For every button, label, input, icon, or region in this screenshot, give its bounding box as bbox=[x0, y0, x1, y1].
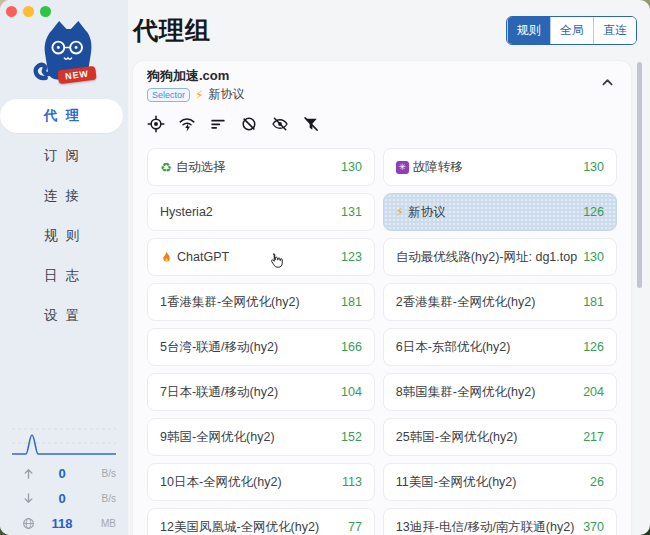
sidebar-item[interactable]: 连接 bbox=[0, 179, 123, 213]
node-name: 自动选择 bbox=[176, 159, 226, 176]
stat-value: 118 bbox=[36, 516, 88, 531]
node-latency: 104 bbox=[335, 385, 362, 399]
stat-row: 118 MB bbox=[0, 511, 128, 535]
sidebar-item-label: 规则 bbox=[44, 227, 87, 245]
node-name: 25韩国-全网优化(hy2) bbox=[396, 429, 518, 446]
stat-unit: B/s bbox=[88, 493, 116, 504]
main-header: 代理组 规则 全局 直连 bbox=[133, 14, 637, 47]
node-latency: 126 bbox=[577, 340, 604, 354]
traffic-sparkline bbox=[10, 423, 118, 459]
node-latency: 166 bbox=[335, 340, 362, 354]
node-name: 自动最优线路(hy2)-网址: dg1.top bbox=[396, 249, 577, 266]
node-name: ChatGPT bbox=[177, 250, 229, 264]
node-latency: 126 bbox=[577, 205, 604, 219]
group-subline: Selector ⚡ 新协议 bbox=[147, 86, 244, 103]
close-button[interactable] bbox=[6, 6, 17, 17]
proxy-node-card[interactable]: 5台湾-联通/移动(hy2) 166 bbox=[147, 328, 375, 366]
group-type-badge: Selector bbox=[147, 88, 190, 102]
node-latency: 130 bbox=[577, 160, 604, 174]
sidebar-item[interactable]: 设置 bbox=[0, 299, 123, 333]
mode-button[interactable]: 规则 bbox=[507, 17, 550, 44]
proxy-node-card[interactable]: 7日本-联通/移动(hy2) 104 bbox=[147, 373, 375, 411]
group-name: 狗狗加速.com bbox=[147, 67, 244, 84]
eye-off-icon[interactable] bbox=[271, 115, 289, 133]
proxy-node-card[interactable]: Hysteria2 131 bbox=[147, 193, 375, 231]
bolt-icon: ⚡ bbox=[195, 88, 203, 102]
download-arrow-icon bbox=[22, 492, 36, 505]
traffic-stats: 0 B/s 0 B/s 118 MB bbox=[0, 461, 128, 535]
proxy-node-card[interactable]: ⚡ 新协议 126 bbox=[383, 193, 617, 231]
globe-icon bbox=[22, 517, 36, 530]
mode-button[interactable]: 全局 bbox=[550, 17, 593, 44]
group-header[interactable]: 狗狗加速.com Selector ⚡ 新协议 bbox=[147, 67, 617, 103]
signal-off-icon[interactable] bbox=[240, 115, 258, 133]
node-name: 13迪拜-电信/移动/南方联通(hy2) bbox=[396, 519, 575, 535]
sidebar: NEW 代理 订阅 连接 规则 日志 bbox=[0, 0, 128, 535]
node-name: 新协议 bbox=[408, 204, 446, 221]
sort-icon[interactable] bbox=[209, 115, 227, 133]
proxy-node-card[interactable]: 2香港集群-全网优化(hy2) 181 bbox=[383, 283, 617, 321]
scrollbar-thumb[interactable] bbox=[637, 62, 642, 288]
sidebar-item[interactable]: 日志 bbox=[0, 259, 123, 293]
node-latency: 217 bbox=[577, 430, 604, 444]
node-latency: 181 bbox=[335, 295, 362, 309]
node-name: 11美国-全网优化(hy2) bbox=[396, 474, 517, 491]
proxy-node-card[interactable]: 6日本-东部优化(hy2) 126 bbox=[383, 328, 617, 366]
app-window: NEW 代理 订阅 连接 规则 日志 bbox=[0, 0, 650, 535]
proxy-node-card[interactable]: 10日本-全网优化(hy2) 113 bbox=[147, 463, 375, 501]
stat-unit: B/s bbox=[88, 468, 116, 479]
node-name: 10日本-全网优化(hy2) bbox=[160, 474, 282, 491]
upload-arrow-icon bbox=[22, 467, 36, 480]
node-name: 8韩国集群-全网优化(hy2) bbox=[396, 384, 536, 401]
mode-button[interactable]: 直连 bbox=[593, 17, 636, 44]
collapse-group-button[interactable] bbox=[598, 73, 617, 95]
sidebar-item[interactable]: 代理 bbox=[0, 99, 123, 133]
node-latency: 130 bbox=[335, 160, 362, 174]
sidebar-menu: 代理 订阅 连接 规则 日志 设置 bbox=[0, 99, 128, 339]
proxy-node-grid: ♻ 自动选择 130 ✳ 故障转移 130 Hysteria2 131 bbox=[147, 148, 617, 535]
sidebar-item[interactable]: 规则 bbox=[0, 219, 123, 253]
main-area: 代理组 规则 全局 直连 狗狗加速.com Selector ⚡ 新协议 bbox=[128, 0, 650, 535]
speedtest-icon[interactable] bbox=[178, 115, 196, 133]
stat-value: 0 bbox=[36, 491, 88, 506]
bolt-icon: ⚡ bbox=[396, 206, 404, 218]
proxy-node-card[interactable]: 12美国凤凰城-全网优化(hy2) 77 bbox=[147, 508, 375, 535]
proxy-group-panel: 狗狗加速.com Selector ⚡ 新协议 bbox=[132, 60, 632, 535]
proxy-node-card[interactable]: ♻ 自动选择 130 bbox=[147, 148, 375, 186]
node-latency: 123 bbox=[335, 250, 362, 264]
stat-unit: MB bbox=[88, 518, 116, 529]
fire-icon bbox=[160, 251, 173, 264]
recycle-icon: ♻ bbox=[160, 161, 172, 174]
node-latency: 370 bbox=[577, 520, 604, 534]
stat-value: 0 bbox=[36, 466, 88, 481]
node-latency: 77 bbox=[342, 520, 362, 534]
proxy-node-card[interactable]: 9韩国-全网优化(hy2) 152 bbox=[147, 418, 375, 456]
proxy-node-card[interactable]: 11美国-全网优化(hy2) 26 bbox=[383, 463, 617, 501]
stat-row: 0 B/s bbox=[0, 461, 128, 486]
filter-off-icon[interactable] bbox=[302, 115, 320, 133]
sidebar-item-label: 日志 bbox=[44, 267, 87, 285]
proxy-node-card[interactable]: 1香港集群-全网优化(hy2) 181 bbox=[147, 283, 375, 321]
node-latency: 113 bbox=[336, 475, 362, 489]
node-name: 9韩国-全网优化(hy2) bbox=[160, 429, 275, 446]
proxy-node-card[interactable]: ChatGPT 123 bbox=[147, 238, 375, 276]
proxy-node-card[interactable]: 自动最优线路(hy2)-网址: dg1.top 130 bbox=[383, 238, 617, 276]
node-name: 5台湾-联通/移动(hy2) bbox=[160, 339, 278, 356]
node-latency: 26 bbox=[584, 475, 604, 489]
sidebar-item[interactable]: 订阅 bbox=[0, 139, 123, 173]
node-name: 故障转移 bbox=[413, 159, 463, 176]
proxy-node-card[interactable]: 25韩国-全网优化(hy2) 217 bbox=[383, 418, 617, 456]
node-latency: 152 bbox=[335, 430, 362, 444]
locate-icon[interactable] bbox=[147, 115, 165, 133]
proxy-node-card[interactable]: ✳ 故障转移 130 bbox=[383, 148, 617, 186]
group-toolbar bbox=[147, 115, 617, 133]
proxy-node-card[interactable]: 8韩国集群-全网优化(hy2) 204 bbox=[383, 373, 617, 411]
outbound-mode-switch: 规则 全局 直连 bbox=[506, 16, 637, 45]
node-name: 2香港集群-全网优化(hy2) bbox=[396, 294, 536, 311]
node-latency: 181 bbox=[577, 295, 604, 309]
node-latency: 130 bbox=[577, 250, 604, 264]
node-latency: 204 bbox=[577, 385, 604, 399]
proxy-node-card[interactable]: 13迪拜-电信/移动/南方联通(hy2) 370 bbox=[383, 508, 617, 535]
sidebar-item-label: 订阅 bbox=[44, 147, 87, 165]
node-name: 7日本-联通/移动(hy2) bbox=[160, 384, 278, 401]
